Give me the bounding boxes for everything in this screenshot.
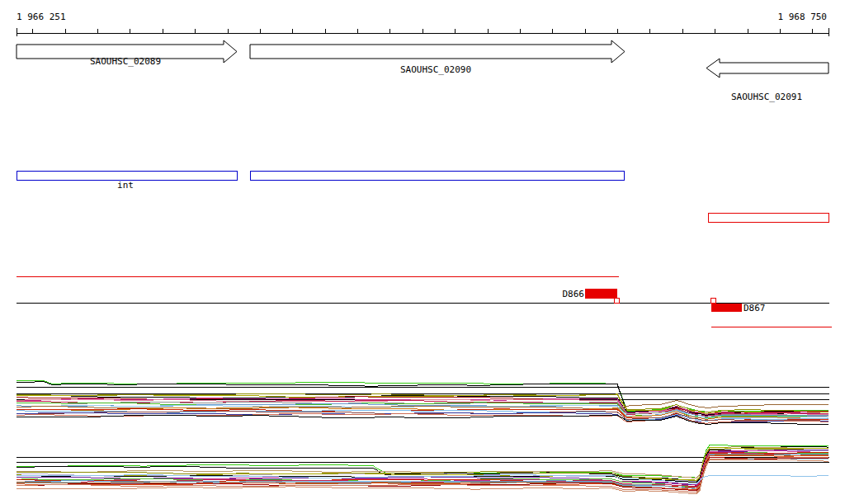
gene-label-saouhsc-02089: SAOUHSC_02089 <box>90 56 161 67</box>
blue-cds-rect[interactable] <box>17 172 238 181</box>
ruler-group <box>17 28 829 36</box>
genome-browser-view: 1 966 251 1 968 750 SAOUHSC_02089 SAOUHS… <box>0 0 845 504</box>
red-feature-rect[interactable] <box>709 214 829 223</box>
cds-label-int: int <box>117 180 134 191</box>
ruler-right-label: 1 968 750 <box>777 12 827 22</box>
coverage-top-panel <box>17 381 829 425</box>
red-feature-track <box>17 214 832 327</box>
gene-label-saouhsc-02091: SAOUHSC_02091 <box>731 92 802 102</box>
marker-block-d866[interactable] <box>585 289 617 299</box>
gene-arrow-saouhsc_02091[interactable] <box>706 59 828 78</box>
coverage-bottom-panel <box>17 445 829 494</box>
feature-label-d867: D867 <box>744 303 766 313</box>
marker-square-d866[interactable] <box>615 299 620 304</box>
marker-square-d867[interactable] <box>711 299 716 304</box>
marker-block-d867[interactable] <box>711 304 742 312</box>
gene-label-saouhsc-02090: SAOUHSC_02090 <box>400 64 471 75</box>
blue-cds-rect[interactable] <box>251 172 625 181</box>
marker-feature-track <box>585 289 742 312</box>
feature-label-d866: D866 <box>563 289 585 299</box>
ruler-left-label: 1 966 251 <box>17 12 66 22</box>
coverage-plot-panels <box>17 381 829 494</box>
gene-arrow-saouhsc_02090[interactable] <box>250 40 625 63</box>
blue-cds-track <box>17 172 625 181</box>
